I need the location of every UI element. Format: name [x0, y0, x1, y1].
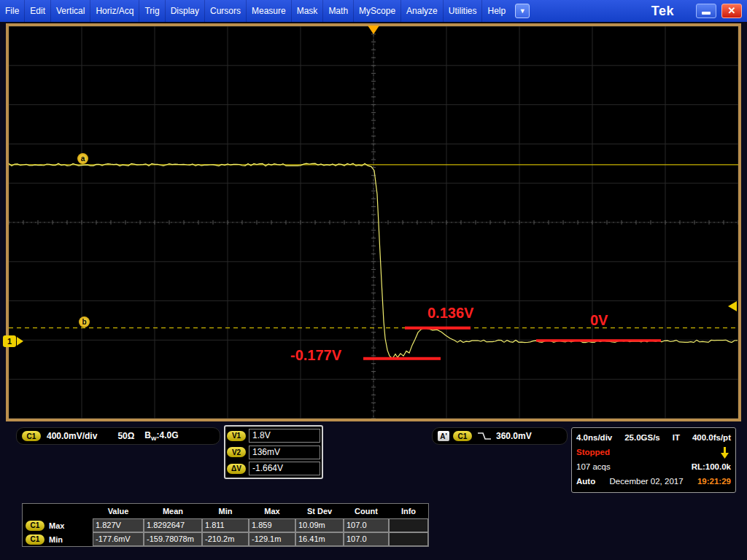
acq-row: 107 acqs RL:100.0k [576, 459, 731, 474]
menu-horiz-acq[interactable]: Horiz/Acq [90, 0, 139, 22]
measurement-table: Value Mean Min Max St Dev Count Info C1 … [22, 503, 429, 547]
cell-max: -129.1m [249, 532, 295, 546]
channel-bandwidth: BW:4.0G [144, 430, 178, 442]
header-stdev: St Dev [295, 504, 344, 518]
trigger-level-arrow-icon[interactable] [728, 301, 737, 311]
menu-cursors[interactable]: Cursors [205, 0, 247, 22]
menu-vertical[interactable]: Vertical [51, 0, 90, 22]
close-button[interactable]: ✕ [721, 4, 742, 18]
header-blank [23, 504, 93, 518]
header-value: Value [93, 504, 144, 518]
menu-measure[interactable]: Measure [247, 0, 292, 22]
graticule: 1 a b 0.136V -0.177V 0V [9, 26, 738, 419]
measurement-name: Min [49, 535, 63, 544]
scope-display-frame: 1 a b 0.136V -0.177V 0V [6, 23, 741, 421]
tek-logo: Tek [651, 4, 674, 19]
right-arrow-icon [17, 337, 23, 346]
cursor-readout-panel[interactable]: V1 1.8V V2 136mV ΔV -1.664V [224, 425, 323, 479]
menu-display[interactable]: Display [166, 0, 205, 22]
timebase-row: 4.0ns/div 25.0GS/s IT 400.0fs/pt [576, 430, 731, 445]
menu-utilities[interactable]: Utilities [444, 0, 483, 22]
header-min: Min [202, 504, 249, 518]
trigger-level-value: 360.0mV [496, 431, 532, 441]
measurement-row-max: C1 Max 1.827V 1.8292647 1.811 1.859 10.0… [23, 518, 428, 532]
trigger-position-marker[interactable] [368, 26, 379, 34]
cell-stdev: 10.09m [295, 518, 344, 532]
cell-max: 1.859 [249, 518, 295, 532]
v1-badge: V1 [227, 431, 246, 441]
graticule-svg [9, 26, 738, 419]
cell-info [389, 532, 428, 546]
trigger-mode: Auto [576, 477, 595, 486]
trigger-source-badge: A' [438, 431, 449, 441]
row-label: C1 Min [23, 532, 93, 546]
cursor-row-v1: V1 1.8V [227, 428, 320, 443]
sample-rate-value: 25.0GS/s [624, 433, 660, 442]
minimize-icon [702, 12, 711, 15]
annotation-undershoot: -0.177V [290, 347, 341, 364]
menu-math[interactable]: Math [323, 0, 354, 22]
menu-myscope[interactable]: MyScope [354, 0, 401, 22]
channel-termination: 50Ω [117, 431, 134, 441]
cursor-row-dv: ΔV -1.664V [227, 461, 320, 476]
menu-bar: File Edit Vertical Horiz/Acq Trig Displa… [0, 0, 747, 22]
cell-value: -177.6mV [93, 532, 144, 546]
menu-mask[interactable]: Mask [292, 0, 324, 22]
delta-v-value: -1.664V [249, 462, 320, 475]
header-info: Info [389, 504, 428, 518]
annotation-settle: 0V [590, 312, 608, 329]
cell-min: -210.2m [202, 532, 249, 546]
horizontal-readout-panel[interactable]: 4.0ns/div 25.0GS/s IT 400.0fs/pt Stopped… [571, 427, 736, 493]
channel-readout-panel[interactable]: C1 400.0mV/div 50Ω BW:4.0G [16, 427, 220, 445]
measurement-row-min: C1 Min -177.6mV -159.78078m -210.2m -129… [23, 532, 428, 546]
trigger-readout-panel[interactable]: A' C1 360.0mV [432, 427, 568, 445]
cell-mean: -159.78078m [144, 532, 202, 546]
menu-trig[interactable]: Trig [139, 0, 165, 22]
cell-info [389, 518, 428, 532]
measurement-name: Max [49, 521, 64, 530]
cell-stdev: 16.41m [295, 532, 344, 546]
menu-file[interactable]: File [0, 0, 25, 22]
row-label: C1 Max [23, 518, 93, 532]
cell-value: 1.827V [93, 518, 144, 532]
cell-min: 1.811 [202, 518, 249, 532]
status-row: Stopped [576, 445, 731, 459]
cursor-a-handle[interactable]: a [77, 153, 88, 164]
oscilloscope-app: File Edit Vertical Horiz/Acq Trig Displa… [0, 0, 747, 560]
v1-value: 1.8V [249, 429, 320, 443]
down-arrow-icon [720, 447, 729, 459]
cell-count: 107.0 [344, 518, 389, 532]
cell-mean: 1.8292647 [144, 518, 202, 532]
time-value: 19:21:29 [697, 477, 731, 486]
date-value: December 02, 2017 [610, 477, 684, 486]
datetime-row: Auto December 02, 2017 19:21:29 [576, 474, 731, 489]
v2-value: 136mV [249, 446, 320, 459]
timebase-value: 4.0ns/div [576, 433, 612, 442]
measurement-header-row: Value Mean Min Max St Dev Count Info [23, 504, 428, 518]
header-count: Count [344, 504, 389, 518]
menu-help[interactable]: Help [482, 0, 511, 22]
cursor-row-v2: V2 136mV [227, 445, 320, 460]
channel1-ground-marker[interactable]: 1 [3, 335, 23, 347]
resolution-value: 400.0fs/pt [692, 433, 731, 442]
cursor-b-handle[interactable]: b [79, 316, 90, 327]
trigger-channel-badge: C1 [453, 431, 472, 441]
channel1-badge: C1 [26, 521, 44, 531]
delta-v-badge: ΔV [227, 464, 246, 474]
cell-count: 107.0 [344, 532, 389, 546]
record-length: RL:100.0k [692, 462, 731, 471]
falling-edge-icon [477, 430, 492, 442]
channel1-badge: C1 [26, 534, 44, 545]
annotation-overshoot: 0.136V [427, 305, 473, 322]
header-max: Max [249, 504, 295, 518]
menu-analyze[interactable]: Analyze [401, 0, 444, 22]
channel1-ground-label: 1 [3, 335, 16, 347]
v2-badge: V2 [227, 447, 246, 457]
minimize-button[interactable] [696, 4, 716, 18]
header-mean: Mean [144, 504, 202, 518]
sampling-mode: IT [673, 433, 680, 442]
channel-scale: 400.0mV/div [47, 431, 97, 441]
acquisition-status: Stopped [576, 448, 610, 456]
menu-edit[interactable]: Edit [25, 0, 51, 22]
chevron-down-icon[interactable]: ▼ [515, 4, 530, 18]
